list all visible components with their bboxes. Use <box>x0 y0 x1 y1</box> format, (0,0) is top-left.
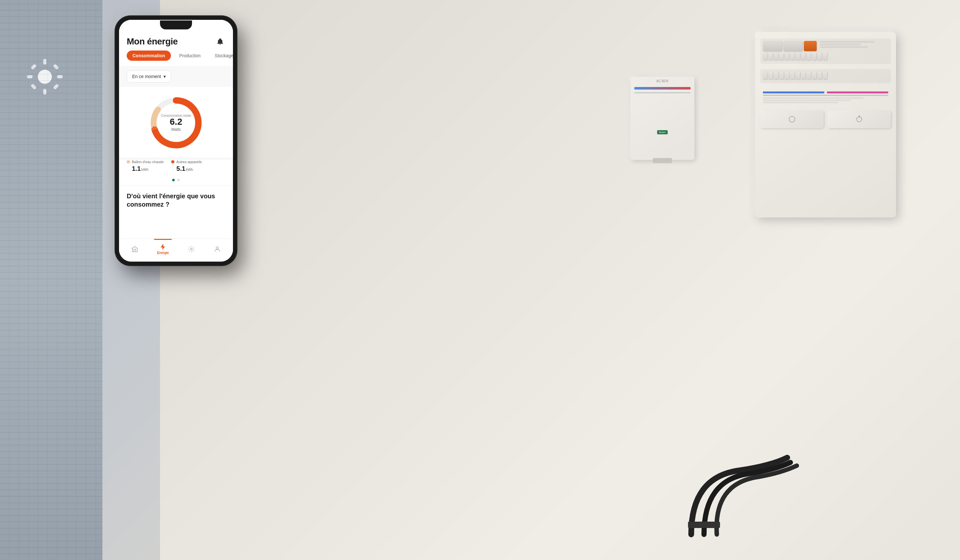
bottom-navigation: Energie <box>119 239 233 262</box>
chart-value: 6.2 <box>161 117 191 126</box>
app-tabs: Consommation Production Stockage <box>119 51 233 66</box>
tab-consommation[interactable]: Consommation <box>127 51 171 61</box>
phone-frame: Mon énergie Consommation Production Stoc… <box>115 16 237 265</box>
dropdown-label: En ce moment <box>132 74 161 79</box>
legend-area: Ballon d'eau chaude 1.1 kWh Autres appar… <box>119 160 233 179</box>
svg-rect-8 <box>53 83 59 90</box>
page-dot-2 <box>177 179 180 181</box>
nav-settings[interactable] <box>184 244 199 255</box>
dropdown-row: En ce moment ▾ <box>119 66 233 87</box>
phone-notch <box>160 21 192 29</box>
legend-label-ballon: Ballon d'eau chaude <box>132 160 163 164</box>
nav-label-energie: Energie <box>157 251 169 255</box>
page-dot-1 <box>172 179 175 181</box>
time-dropdown[interactable]: En ce moment ▾ <box>127 70 171 83</box>
svg-point-17 <box>216 247 219 249</box>
legend-value-ballon: 1.1 <box>132 165 141 172</box>
legend-autres: Autres appareils 5.1 kWh <box>171 160 202 172</box>
svg-rect-4 <box>57 75 63 78</box>
legend-dot-autres <box>171 160 174 163</box>
tab-stockage[interactable]: Stockage <box>209 51 233 61</box>
svg-rect-7 <box>30 83 37 90</box>
sun-icon <box>26 57 64 96</box>
legend-ballon: Ballon d'eau chaude 1.1 kWh <box>127 160 163 172</box>
ac-box-label: AC BOX <box>656 79 669 83</box>
svg-point-0 <box>38 70 52 84</box>
legend-dot-ballon <box>127 160 130 163</box>
donut-center: Consommation totale 6.2 Watts <box>161 114 191 132</box>
nav-energie[interactable]: Energie <box>153 241 173 257</box>
bottom-question: D'où vient l'énergie que vous consommez … <box>127 192 225 209</box>
main-electrical-panel <box>755 32 896 217</box>
chart-area: Consommation totale 6.2 Watts <box>119 87 233 157</box>
svg-rect-1 <box>43 59 46 65</box>
page-indicator <box>119 179 233 185</box>
svg-rect-9 <box>688 522 720 528</box>
phone-container: Mon énergie Consommation Production Stoc… <box>90 10 256 553</box>
nav-home[interactable] <box>127 244 142 255</box>
cables <box>627 413 851 541</box>
svg-rect-3 <box>27 75 33 78</box>
app-title: Mon énergie <box>127 37 178 47</box>
chevron-down-icon: ▾ <box>163 74 166 79</box>
solar-panel-background <box>0 0 102 560</box>
svg-rect-6 <box>53 64 59 70</box>
donut-chart: Consommation totale 6.2 Watts <box>147 94 205 152</box>
tab-production[interactable]: Production <box>173 51 206 61</box>
electrical-box-area: AC BOX Beam <box>710 32 896 224</box>
legend-label-autres: Autres appareils <box>176 160 202 164</box>
legend-value-autres: 5.1 <box>176 165 185 172</box>
nav-profile[interactable] <box>210 244 225 255</box>
bell-icon[interactable] <box>215 37 225 47</box>
ac-box: AC BOX Beam <box>630 77 694 160</box>
svg-point-16 <box>190 248 192 250</box>
phone-screen: Mon énergie Consommation Production Stoc… <box>119 20 233 262</box>
svg-rect-2 <box>43 89 46 95</box>
svg-rect-5 <box>30 64 37 70</box>
legend-unit-autres: kWh <box>186 168 193 171</box>
legend-unit-ballon: kWh <box>141 168 149 171</box>
hand <box>62 247 258 560</box>
app-content: Mon énergie Consommation Production Stoc… <box>119 20 233 262</box>
chart-unit: Watts <box>171 127 181 132</box>
